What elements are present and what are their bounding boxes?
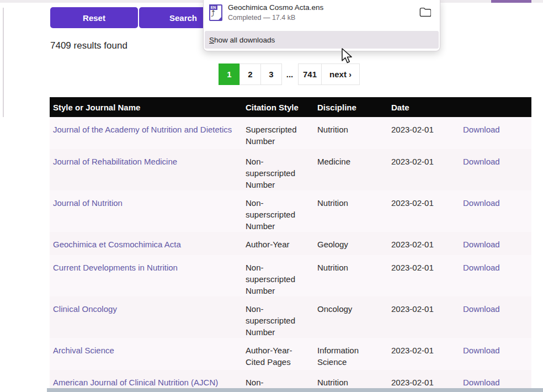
download-link[interactable]: Download [463, 125, 500, 134]
download-link[interactable]: Download [463, 240, 500, 249]
journal-name-link[interactable]: Geochimica et Cosmochimica Acta [53, 240, 181, 249]
open-folder-icon[interactable] [419, 6, 431, 17]
journal-name-link[interactable]: Archival Science [53, 346, 114, 355]
download-cell: Download [460, 117, 531, 149]
pagination: 1 2 3 ... 741 next › [219, 63, 359, 85]
download-cell: Download [460, 338, 531, 370]
discipline-cell: Nutrition [314, 190, 388, 232]
pagination-ellipsis: ... [283, 63, 297, 85]
date-cell: 2023-02-01 [388, 117, 460, 149]
table-row: Archival Science Author-Year-Cited Pages… [50, 338, 531, 370]
discipline-cell: Geology [314, 232, 388, 255]
pagination-next-button[interactable]: next › [321, 63, 360, 85]
discipline-cell: Oncology [314, 296, 388, 338]
download-popup: EN ⤴ Geochimica Cosmo Acta.ens Completed… [203, 0, 440, 51]
show-all-downloads-button[interactable]: Show all downloads [205, 31, 439, 49]
journal-name-cell: Geochimica et Cosmochimica Acta [50, 232, 242, 255]
download-link[interactable]: Download [463, 198, 500, 208]
journal-name-link[interactable]: Journal of Nutrition [53, 198, 123, 208]
header-style-or-journal-name: Style or Journal Name [50, 103, 242, 112]
discipline-cell: Medicine [314, 149, 388, 190]
date-cell: 2023-02-01 [388, 338, 460, 370]
date-cell: 2023-02-01 [388, 190, 460, 232]
journal-name-cell: Current Developments in Nutrition [50, 255, 242, 296]
date-cell: 2023-02-01 [388, 296, 460, 338]
date-cell: 2023-02-01 [388, 149, 460, 190]
download-cell: Download [460, 255, 531, 296]
journal-name-cell: Journal of the Academy of Nutrition and … [50, 117, 242, 149]
journal-name-cell: Journal of Nutrition [50, 190, 242, 232]
top-purple-fragment [491, 0, 531, 3]
header-citation-style: Citation Style [242, 103, 314, 112]
discipline-cell: Information Science [314, 338, 388, 370]
download-status: Completed — 17.4 kB [228, 14, 295, 22]
pagination-page-3[interactable]: 3 [260, 63, 282, 85]
discipline-cell: Nutrition [314, 255, 388, 296]
download-link[interactable]: Download [463, 378, 500, 387]
pagination-page-1[interactable]: 1 [219, 63, 240, 85]
journal-name-link[interactable]: Clinical Oncology [53, 304, 117, 314]
table-row: Clinical Oncology Non-superscripted Numb… [50, 296, 531, 338]
download-link[interactable]: Download [463, 304, 500, 314]
download-link[interactable]: Download [463, 346, 500, 355]
header-discipline: Discipline [314, 103, 388, 112]
table-row: Journal of Nutrition Non-superscripted N… [50, 190, 531, 232]
show-all-label-first: S [209, 36, 214, 44]
download-link[interactable]: Download [463, 157, 500, 166]
pagination-page-last[interactable]: 741 [298, 63, 322, 85]
journal-name-cell: Clinical Oncology [50, 296, 242, 338]
left-panel-border [3, 8, 4, 117]
table-row: Geochimica et Cosmochimica Acta Author-Y… [50, 232, 531, 255]
citation-style-cell: Non-superscripted Number [242, 149, 314, 190]
table-body: Journal of the Academy of Nutrition and … [50, 117, 531, 392]
table-header-row: Style or Journal Name Citation Style Dis… [50, 97, 531, 117]
file-fold-corner [218, 17, 222, 20]
show-all-label-rest: how all downloads [214, 36, 275, 44]
download-item[interactable]: EN ⤴ Geochimica Cosmo Acta.ens Completed… [204, 0, 440, 30]
journal-name-link[interactable]: Journal of the Academy of Nutrition and … [53, 125, 232, 134]
pagination-page-2[interactable]: 2 [239, 63, 261, 85]
journal-name-link[interactable]: American Journal of Clinical Nutrition (… [53, 378, 218, 387]
download-link[interactable]: Download [463, 263, 500, 272]
citation-style-cell: Author-Year-Cited Pages [242, 338, 314, 370]
citation-style-cell: Superscripted Number [242, 117, 314, 149]
styles-table: Style or Journal Name Citation Style Dis… [50, 97, 531, 392]
journal-name-link[interactable]: Current Developments in Nutrition [53, 263, 178, 272]
citation-style-cell: Author-Year [242, 232, 314, 255]
endnote-file-icon: EN ⤴ [209, 4, 222, 21]
table-row: Current Developments in Nutrition Non-su… [50, 255, 531, 296]
table-row: Journal of the Academy of Nutrition and … [50, 117, 531, 149]
reset-button[interactable]: Reset [50, 7, 138, 28]
discipline-cell: Nutrition [314, 117, 388, 149]
table-row: Journal of Rehabilitation Medicine Non-s… [50, 149, 531, 190]
file-arrow-glyph: ⤴ [211, 9, 215, 18]
download-filename: Geochimica Cosmo Acta.ens [228, 3, 323, 12]
journal-name-link[interactable]: Journal of Rehabilitation Medicine [53, 157, 177, 166]
citation-style-cell: Non-superscripted Number [242, 296, 314, 338]
mouse-cursor [340, 47, 353, 66]
date-cell: 2023-02-01 [388, 255, 460, 296]
download-cell: Download [460, 149, 531, 190]
header-date: Date [388, 103, 460, 112]
citation-style-cell: Non-superscripted Number [242, 255, 314, 296]
results-count-text: 7409 results found [50, 40, 127, 51]
download-cell: Download [460, 190, 531, 232]
journal-name-cell: Journal of Rehabilitation Medicine [50, 149, 242, 190]
download-cell: Download [460, 232, 531, 255]
journal-name-cell: Archival Science [50, 338, 242, 370]
bottom-edge-bar [47, 388, 543, 392]
download-cell: Download [460, 296, 531, 338]
citation-style-cell: Non-superscripted Number [242, 190, 314, 232]
date-cell: 2023-02-01 [388, 232, 460, 255]
